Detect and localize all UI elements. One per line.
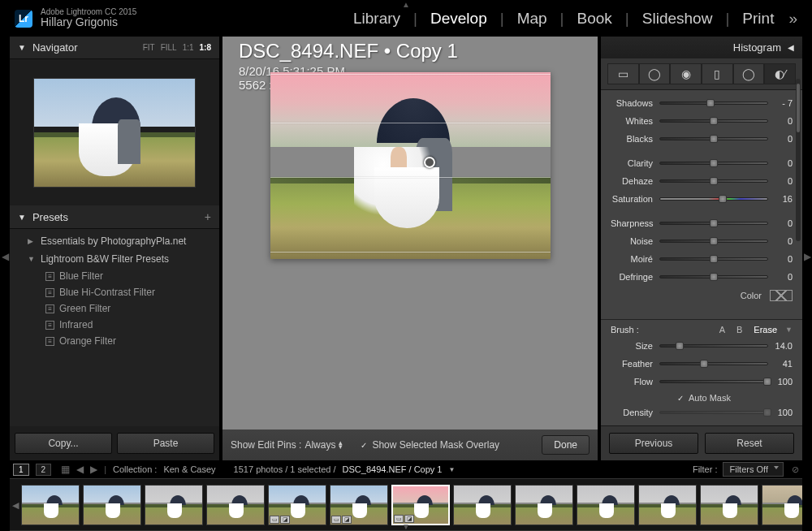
automask-checkbox[interactable]: ✓ Auto Mask [611, 391, 793, 404]
slider-noise[interactable]: Noise0 [611, 233, 793, 249]
brush-slider-flow[interactable]: Flow100 [611, 373, 793, 390]
preset-item[interactable]: ≡Green Filter [10, 300, 219, 317]
preset-group[interactable]: ▼Lightroom B&W Filter Presets [10, 250, 219, 268]
copy-button[interactable]: Copy... [15, 433, 112, 454]
filmstrip-thumb[interactable]: ▭◪ [330, 485, 388, 525]
disclosure-icon[interactable]: ▼ [785, 326, 793, 334]
screen-1-button[interactable]: 1 [13, 464, 29, 476]
filter-dropdown[interactable]: Filters Off [723, 462, 784, 477]
spot-tool[interactable]: ◯ [639, 63, 671, 84]
filmstrip-thumb[interactable] [700, 485, 758, 525]
mask-overlay-checkbox[interactable]: ✓ Show Selected Mask Overlay [359, 439, 499, 451]
brush-slider-size[interactable]: Size14.0 [611, 338, 793, 354]
app-info: Adobe Lightroom CC 2015 Hillary Grigonis [41, 7, 136, 28]
main-photo[interactable] [270, 72, 551, 259]
zoom-opt-1-8[interactable]: 1:8 [200, 43, 211, 52]
filmstrip-thumb[interactable] [453, 485, 512, 525]
filmstrip-left[interactable]: ◀ [12, 499, 19, 510]
radial-filter-tool[interactable]: ◯ [733, 63, 765, 84]
previous-button[interactable]: Previous [609, 433, 698, 454]
edit-pins-dropdown[interactable]: Show Edit Pins : Always ▴▾ [231, 439, 343, 451]
module-develop[interactable]: Develop [425, 6, 492, 31]
checkmark-icon: ✓ [359, 441, 368, 450]
photo-viewport[interactable] [222, 92, 598, 430]
filmstrip-thumb[interactable] [762, 485, 802, 525]
navigator-header[interactable]: ▼ Navigator FITFILL1:11:8 [10, 37, 219, 59]
user-name: Hillary Grigonis [41, 16, 136, 28]
preset-item[interactable]: ≡Blue Filter [10, 268, 219, 284]
filmstrip-thumb[interactable] [21, 485, 80, 525]
slider-saturation[interactable]: Saturation16 [611, 191, 793, 207]
filmstrip-thumb[interactable] [577, 485, 635, 525]
module-slideshow[interactable]: Slideshow [637, 6, 718, 31]
brush-opt-b[interactable]: B [736, 325, 742, 335]
module-library[interactable]: Library [348, 6, 405, 31]
paste-button[interactable]: Paste [117, 433, 214, 454]
filmstrip-thumb[interactable] [515, 485, 573, 525]
preset-item[interactable]: ≡Infrared [10, 317, 219, 333]
presets-title: Presets [32, 211, 68, 223]
navigator-thumbnail[interactable] [33, 78, 196, 188]
brush-tool[interactable]: ◐⁄ [764, 63, 796, 84]
filename-label: DSC_8494.NEF • Copy 1 [239, 40, 581, 63]
presets-header[interactable]: ▼ Presets + [10, 205, 219, 229]
crop-tool[interactable]: ▭ [607, 63, 639, 84]
preset-group[interactable]: ▶Essentials by PhotographyPla.net [10, 232, 219, 250]
slider-sharpness[interactable]: Sharpness0 [611, 215, 793, 231]
redeye-tool[interactable]: ◉ [670, 63, 702, 84]
brush-slider-feather[interactable]: Feather41 [611, 356, 793, 372]
module-book[interactable]: Book [572, 6, 617, 31]
slider-dehaze[interactable]: Dehaze0 [611, 173, 793, 189]
zoom-opt-1-1[interactable]: 1:1 [183, 43, 194, 52]
slider-clarity[interactable]: Clarity0 [611, 155, 793, 171]
more-modules-icon[interactable]: » [788, 10, 797, 28]
grid-icon[interactable]: ▦ [61, 464, 70, 475]
navigator-title: Navigator [32, 41, 78, 54]
histogram-header[interactable]: Histogram ◀ [601, 37, 802, 58]
filmstrip-thumb[interactable] [206, 485, 265, 525]
grad-filter-tool[interactable]: ▯ [702, 63, 733, 84]
slider-blacks[interactable]: Blacks0 [611, 131, 793, 147]
preset-item[interactable]: ≡Orange Filter [10, 333, 219, 349]
zoom-opt-fill[interactable]: FILL [161, 43, 177, 52]
preset-item[interactable]: ≡Blue Hi-Contrast Filter [10, 284, 219, 300]
brush-opt-erase[interactable]: Erase [754, 325, 777, 335]
done-button[interactable]: Done [542, 435, 590, 455]
nav-fwd-icon[interactable]: ▶ [90, 464, 97, 475]
color-swatch[interactable] [770, 290, 793, 301]
filmstrip-thumb[interactable] [83, 485, 141, 525]
slider-shadows[interactable]: Shadows- 7 [611, 95, 793, 111]
slider-whites[interactable]: Whites0 [611, 113, 793, 129]
navigator-preview[interactable] [10, 59, 219, 205]
badge-icon: ◪ [342, 516, 352, 524]
collection-name[interactable]: Ken & Casey [163, 464, 215, 474]
filmstrip-thumb[interactable]: ▭◪ [391, 485, 450, 525]
current-photo[interactable]: DSC_8494.NEF / Copy 1 [343, 464, 443, 474]
add-preset-button[interactable]: + [205, 210, 211, 223]
brush-section: Brush : ABErase ▼ Size14.0Feather41Flow1… [601, 319, 802, 425]
panel-toggle-left[interactable]: ◀ [1, 248, 9, 265]
filmstrip-thumb[interactable] [145, 485, 203, 525]
zoom-opt-fit[interactable]: FIT [143, 43, 155, 52]
scrollbar[interactable] [796, 79, 801, 241]
panel-toggle-top[interactable]: ▲ [402, 0, 410, 9]
brush-mode-opts[interactable]: ABErase [719, 325, 777, 335]
nav-back-icon[interactable]: ◀ [76, 464, 84, 475]
local-tools: ▭ ◯ ◉ ▯ ◯ ◐⁄ [601, 58, 802, 90]
slider-moiré[interactable]: Moiré0 [611, 251, 793, 267]
stepper-icon: ▴▾ [339, 441, 343, 449]
brush-opt-a[interactable]: A [719, 325, 725, 335]
lock-icon[interactable]: ⊘ [792, 464, 799, 475]
navigator-zoom-opts[interactable]: FITFILL1:11:8 [143, 43, 211, 52]
adjustment-pin[interactable] [424, 157, 435, 168]
filmstrip-thumb[interactable]: ▭◪ [268, 485, 326, 525]
filmstrip-thumb[interactable] [638, 485, 697, 525]
module-print[interactable]: Print [737, 6, 779, 31]
module-map[interactable]: Map [512, 6, 552, 31]
reset-button[interactable]: Reset [705, 433, 794, 454]
screen-2-button[interactable]: 2 [36, 464, 52, 476]
slider-defringe[interactable]: Defringe0 [611, 269, 793, 285]
panel-toggle-bottom[interactable]: ▼ [402, 522, 410, 531]
dropdown-icon[interactable]: ▼ [448, 466, 455, 473]
panel-toggle-right[interactable]: ▶ [803, 248, 811, 265]
